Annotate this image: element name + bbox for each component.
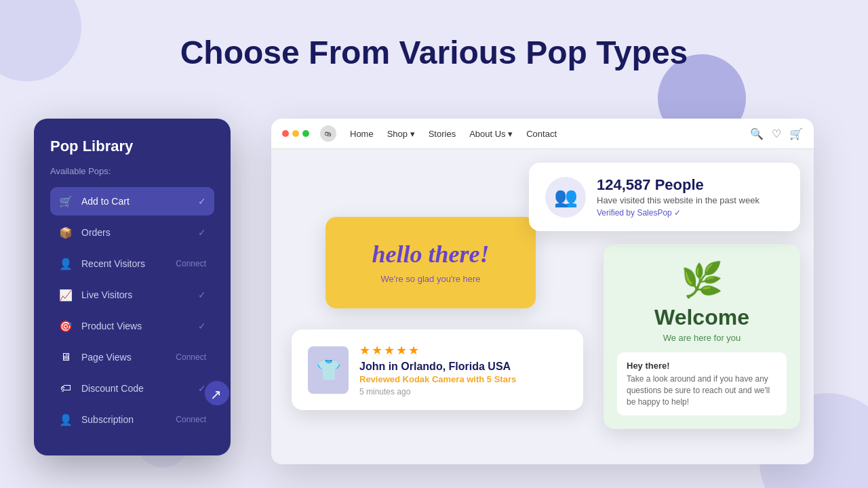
hello-main-text: hello there! <box>353 241 509 268</box>
social-proof-verified: Verified by SalesPop ✓ <box>597 208 760 218</box>
pop-item-label-live-visitors: Live Visitors <box>81 289 198 300</box>
review-text: Reviewed Kodak Camera with 5 Stars <box>359 374 516 384</box>
pop-item-product-views[interactable]: 🎯Product Views✓ <box>50 312 214 340</box>
pop-item-orders[interactable]: 📦Orders✓ <box>50 218 214 247</box>
review-stars: ★★★★★ <box>359 343 516 358</box>
browser-dot-red <box>282 130 289 137</box>
pop-item-icon-recent-visitors: 👤 <box>58 256 73 271</box>
welcome-card: 🌿 Welcome We are here for you Hey there!… <box>604 244 800 429</box>
pop-item-label-add-to-cart: Add to Cart <box>81 196 198 207</box>
social-proof-icon: 👥 <box>545 177 586 218</box>
review-product-image: 👕 <box>308 346 349 394</box>
welcome-plant-icon: 🌿 <box>617 260 787 300</box>
salespop-link[interactable]: SalesPop ✓ <box>637 208 681 218</box>
browser-icons: 🔍 ♡ 🛒 <box>750 127 803 140</box>
pop-item-icon-live-visitors: 📈 <box>58 287 73 302</box>
review-card: 👕 ★★★★★ John in Orlando, Florida USA Rev… <box>292 329 583 410</box>
pop-item-connect-recent-visitors[interactable]: Connect <box>176 259 206 268</box>
welcome-subtitle: We are here for you <box>617 333 787 343</box>
cart-icon[interactable]: 🛒 <box>789 127 803 140</box>
pop-item-connect-page-views[interactable]: Connect <box>176 352 206 362</box>
browser-dot-green <box>302 130 309 137</box>
social-proof-text: Have visited this website in the past we… <box>597 195 760 205</box>
pop-item-add-to-cart[interactable]: 🛒Add to Cart✓ <box>50 187 214 216</box>
pop-item-label-subscription: Subscription <box>81 414 176 425</box>
cursor-arrow: ↗ <box>210 386 222 403</box>
pop-item-icon-add-to-cart: 🛒 <box>58 194 73 209</box>
social-proof-card: 👥 124,587 People Have visited this websi… <box>529 163 800 231</box>
pop-item-icon-discount-code: 🏷 <box>58 381 73 396</box>
pop-item-connect-subscription[interactable]: Connect <box>176 415 206 424</box>
pop-item-label-product-views: Product Views <box>81 321 198 331</box>
pop-item-icon-subscription: 👤 <box>58 412 73 427</box>
panel-title: Pop Library <box>50 138 214 155</box>
pop-item-subscription[interactable]: 👤SubscriptionConnect <box>50 405 214 434</box>
chat-hey: Hey there! <box>627 361 777 371</box>
browser-nav: 🛍 Home Shop ▾ Stories About Us ▾ Contact <box>320 125 739 142</box>
pop-item-icon-product-views: 🎯 <box>58 319 73 333</box>
search-icon[interactable]: 🔍 <box>750 127 764 140</box>
browser-mockup: 🛍 Home Shop ▾ Stories About Us ▾ Contact… <box>271 119 814 464</box>
pop-item-recent-visitors[interactable]: 👤Recent VisitorsConnect <box>50 249 214 278</box>
panel-subtitle: Available Pops: <box>50 166 214 176</box>
social-proof-number: 124,587 People <box>597 176 760 194</box>
pop-item-icon-page-views: 🖥 <box>58 350 73 365</box>
browser-bar: 🛍 Home Shop ▾ Stories About Us ▾ Contact… <box>271 119 814 149</box>
nav-contact[interactable]: Contact <box>526 129 557 139</box>
pop-item-check-orders: ✓ <box>198 227 206 238</box>
hello-sub-text: We're so glad you're here <box>353 274 509 284</box>
hello-card: hello there! We're so glad you're here <box>326 217 536 308</box>
heart-icon[interactable]: ♡ <box>772 127 781 140</box>
review-stars-text: 5 Stars <box>487 374 516 384</box>
pop-item-label-page-views: Page Views <box>81 352 176 363</box>
pop-item-label-discount-code: Discount Code <box>81 383 198 394</box>
browser-content: 👥 124,587 People Have visited this websi… <box>271 149 814 464</box>
pop-library-panel: Pop Library Available Pops: 🛒Add to Cart… <box>34 119 231 455</box>
page-title: Choose From Various Pop Types <box>0 0 868 71</box>
browser-dot-yellow <box>292 130 299 137</box>
pop-item-label-recent-visitors: Recent Visitors <box>81 258 176 269</box>
social-proof-content: 124,587 People Have visited this website… <box>597 176 760 218</box>
review-name: John in Orlando, Florida USA <box>359 361 516 373</box>
pop-item-discount-code[interactable]: 🏷Discount Code✓ <box>50 374 214 403</box>
nav-home[interactable]: Home <box>350 129 374 139</box>
pop-items-list: 🛒Add to Cart✓📦Orders✓👤Recent VisitorsCon… <box>50 187 214 434</box>
pop-item-check-live-visitors: ✓ <box>198 289 206 300</box>
nav-about[interactable]: About Us ▾ <box>469 129 513 139</box>
pop-item-page-views[interactable]: 🖥Page ViewsConnect <box>50 343 214 371</box>
welcome-title: Welcome <box>617 305 787 330</box>
pop-item-check-add-to-cart: ✓ <box>198 196 206 207</box>
nav-shop[interactable]: Shop ▾ <box>387 129 415 139</box>
pop-item-icon-orders: 📦 <box>58 225 73 240</box>
pop-item-live-visitors[interactable]: 📈Live Visitors✓ <box>50 281 214 309</box>
chat-body: Take a look around and if you have any q… <box>627 373 777 407</box>
pop-item-label-orders: Orders <box>81 227 198 238</box>
browser-dots <box>282 130 309 137</box>
pop-item-check-product-views: ✓ <box>198 321 206 331</box>
review-content: ★★★★★ John in Orlando, Florida USA Revie… <box>359 343 516 396</box>
welcome-chat-box: Hey there! Take a look around and if you… <box>617 352 787 415</box>
nav-stories[interactable]: Stories <box>429 129 456 139</box>
review-time: 5 minutes ago <box>359 387 516 396</box>
browser-logo: 🛍 <box>320 125 336 142</box>
